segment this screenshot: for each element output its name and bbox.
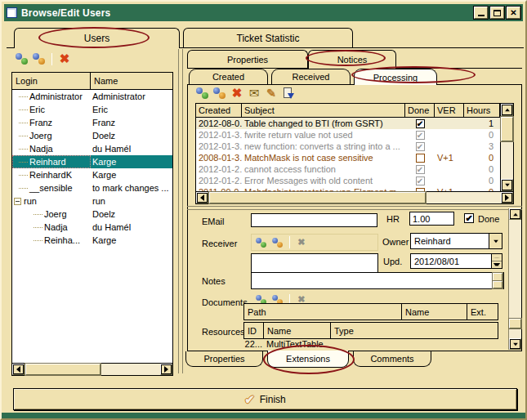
column-header-name[interactable]: Name [402,303,467,320]
scroll-right-button[interactable] [160,364,172,375]
scroll-up-button[interactable] [509,208,521,220]
scroll-up-button[interactable] [501,104,513,116]
spin-up-icon[interactable] [492,254,502,261]
scroll-thumb[interactable] [501,117,513,141]
checkbox-checked-icon[interactable]: ✔ [416,176,425,185]
scroll-thumb[interactable] [25,364,100,375]
user-tree-row[interactable]: Reinha...Karge [12,234,172,247]
column-header-login[interactable]: Login [12,73,91,90]
delete-notice-icon[interactable]: ✖ [230,86,244,101]
form-vscrollbar[interactable] [508,208,521,350]
checkbox-checked-icon[interactable]: ✔ [416,142,425,151]
resources-label: Resources [202,327,245,337]
scroll-right-button[interactable] [501,192,513,203]
column-header-path[interactable]: Path [243,303,402,320]
scroll-down-button[interactable] [501,179,513,191]
date-spinner[interactable] [491,254,502,268]
notices-vscrollbar[interactable] [500,104,513,191]
user-tree-row[interactable]: __sensibleto mark changes ... [12,181,172,194]
user-tree-row[interactable]: JoergDoelz [12,208,172,221]
notice-row[interactable]: 2008-01-3...MatchMask is not case sensit… [196,152,500,163]
notice-row[interactable]: 2012-01-2...Error Messages with old cont… [196,175,500,186]
subtab-created[interactable]: Created [189,69,268,84]
user-tree-row[interactable]: ReinhardKKarge [12,168,172,181]
tab-ticket-statistic[interactable]: Ticket Statistic [183,28,353,47]
link-notice-icon[interactable] [212,86,227,101]
user-tree-row[interactable]: Nadjadu Hamél [12,221,172,234]
delete-receiver-icon[interactable]: ✖ [295,236,307,248]
column-header-ver[interactable]: VER [435,104,464,118]
column-header-hours[interactable]: Hours [464,104,500,118]
tab-notices[interactable]: Notices [308,50,396,69]
subtab-received[interactable]: Received [271,69,351,84]
column-header-name[interactable]: Name [91,73,172,90]
user-tree-row[interactable]: runrun [12,194,172,208]
notice-ver [435,141,464,152]
column-header-type[interactable]: Type [331,322,498,339]
notice-row[interactable]: 2012-08-0...Table changed to BTI (from G… [196,118,500,129]
resources-table-row[interactable]: 22... MultiTextTable [243,339,498,351]
link-user-icon[interactable] [32,51,47,66]
user-tree-row[interactable]: Nadjadu Hamél [12,142,172,155]
hr-field[interactable] [409,212,454,226]
add-notice-icon[interactable] [195,86,210,101]
horizontal-splitter[interactable] [187,206,522,210]
column-header-id[interactable]: ID [243,322,264,339]
user-tree-row[interactable]: EricEric [12,103,172,116]
user-tree-row[interactable]: AdministratorAdministrator [12,90,172,103]
expander-minus-icon[interactable] [14,198,21,205]
checkbox-unchecked-icon[interactable] [416,154,425,163]
tree-name-cell: Doelz [91,129,172,142]
scroll-thumb[interactable] [209,192,426,203]
bottom-tab-comments[interactable]: Comments [353,351,431,367]
user-tree-row[interactable]: JoergDoelz [12,129,172,142]
notices-hscrollbar[interactable] [196,191,513,203]
subtab-processing[interactable]: Processing [354,69,437,85]
add-receiver-icon[interactable] [255,236,267,248]
tree-login-text: Nadja [29,144,53,154]
tab-users[interactable]: Users [14,28,180,48]
notes-field[interactable] [251,272,504,289]
email-field[interactable] [251,213,377,227]
scroll-down-button[interactable] [509,338,521,350]
column-header-name[interactable]: Name [264,322,331,339]
add-user-icon[interactable] [15,51,29,66]
scroll-left-button[interactable] [12,364,25,375]
done-checkbox[interactable]: ✔ [464,213,474,223]
maximize-button[interactable] [490,7,504,19]
checkbox-checked-icon[interactable]: ✔ [416,119,425,128]
mail-forward-icon[interactable]: ✉ [247,86,261,101]
finish-button[interactable]: ✔ Finish [13,388,517,410]
notice-row[interactable]: 2012-01-3...new function: converts a str… [196,141,500,152]
close-button[interactable]: ✕ [507,7,520,19]
scroll-left-button[interactable] [196,192,208,203]
scroll-thumb[interactable] [509,319,521,328]
tree-connector [19,109,28,110]
notice-row[interactable]: 2012-01-3...fwrite return value not used… [196,129,500,141]
spin-down-icon[interactable] [492,261,502,268]
link-receiver-icon[interactable] [271,236,284,248]
column-header-subject[interactable]: Subject [242,104,405,118]
column-header-done[interactable]: Done [405,104,435,118]
checkbox-checked-icon[interactable]: ✔ [416,165,425,174]
tab-properties[interactable]: Properties [187,50,308,68]
tree-hscrollbar[interactable] [12,363,172,375]
column-header-ext[interactable]: Ext. [467,303,498,320]
notes-mini-scrollbar[interactable] [493,273,502,288]
notice-row[interactable]: 2012-01-2...cannot access function✔0 [196,163,500,175]
notice-hours: 0 [464,175,500,186]
checkbox-checked-icon[interactable]: ✔ [416,131,425,140]
user-tree-row[interactable]: ReinhardKarge [12,155,172,168]
edit-notice-icon[interactable]: ✎ [264,86,279,101]
import-notice-icon[interactable] [281,86,296,101]
delete-user-icon[interactable]: ✖ [57,51,72,66]
column-header-created[interactable]: Created [196,104,242,118]
owner-select[interactable]: Reinhard [410,233,502,249]
upd-date-field[interactable]: 2012/08/01 [410,253,502,269]
user-tree-row[interactable]: FranzFranz [12,116,172,129]
bottom-tab-extensions[interactable]: Extensions [267,351,349,368]
bottom-tab-properties[interactable]: Properties [185,351,263,367]
dropdown-arrow-icon[interactable] [489,234,502,248]
vertical-splitter[interactable] [178,49,183,373]
minimize-button[interactable] [474,7,488,19]
